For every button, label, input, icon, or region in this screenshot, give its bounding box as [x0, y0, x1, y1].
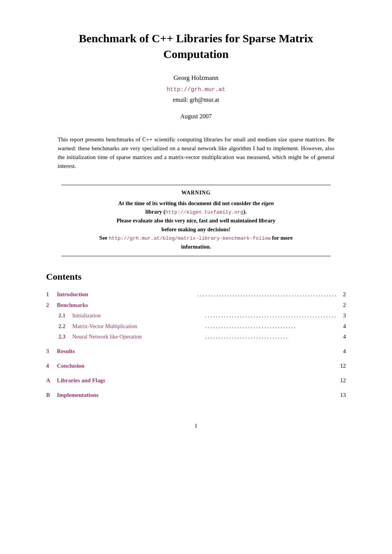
warning-line2-pre: library ( [145, 209, 165, 215]
toc-item-results: 3 Results 4 [46, 347, 346, 356]
toc: 1 Introduction . . . . . . . . . . . . .… [46, 290, 346, 400]
page-number: 1 [46, 423, 346, 429]
toc-dots-matrix-vector: . . . . . . . . . . . . . . . . . . . . … [205, 322, 337, 331]
author-url-link[interactable]: http://grh.mur.at [166, 86, 225, 93]
toc-page-libraries: 12 [338, 376, 346, 385]
toc-item-matrix-vector: 2.2 Matrix-Vector Multiplication . . . .… [46, 322, 346, 331]
toc-num-22: 2.2 [58, 322, 72, 331]
toc-label-introduction[interactable]: Introduction [57, 290, 196, 299]
warning-title: WARNING [69, 190, 323, 196]
toc-label-results[interactable]: Results [57, 347, 196, 356]
warning-body: At the time of its writing this document… [69, 199, 323, 251]
toc-item-implementations: B Implementations 13 [46, 390, 346, 400]
contents-section: Contents 1 Introduction . . . . . . . . … [46, 272, 346, 400]
toc-page-matrix-vector: 4 [338, 322, 346, 331]
page: Benchmark of C++ Libraries for Sparse Ma… [0, 0, 392, 554]
toc-page-initialization: 3 [338, 311, 346, 320]
toc-item-libraries: A Libraries and Flags 12 [46, 376, 346, 385]
toc-num-1: 1 [46, 290, 57, 299]
warning-line1-pre: At the time of its writing this document… [118, 200, 262, 206]
toc-num-21: 2.1 [58, 311, 72, 320]
abstract-text: This report presents benchmarks of C++ s… [58, 135, 334, 171]
toc-page-benchmarks: 2 [338, 300, 346, 310]
toc-num-b: B [46, 390, 57, 400]
toc-page-implementations: 13 [338, 390, 346, 400]
toc-dots-initialization: . . . . . . . . . . . . . . . . . . . . … [205, 312, 337, 320]
toc-item-neural-network: 2.3 Neural Network like Operation . . . … [46, 332, 346, 341]
toc-num-23: 2.3 [58, 332, 72, 341]
warning-line3: Please evaluate also this very nice, fas… [116, 217, 276, 224]
toc-label-benchmarks[interactable]: Benchmarks [57, 300, 196, 310]
toc-num-2: 2 [46, 300, 57, 310]
main-title: Benchmark of C++ Libraries for Sparse Ma… [46, 31, 346, 62]
warning-box: WARNING At the time of its writing this … [61, 185, 331, 256]
warning-eigen-url[interactable]: http://eigen.tuxfamily.org [165, 209, 243, 215]
warning-eigen: eigen [261, 200, 274, 206]
contents-title: Contents [46, 272, 346, 282]
toc-item-initialization: 2.1 Initialization . . . . . . . . . . .… [46, 311, 346, 320]
toc-spacer-4 [46, 386, 346, 390]
toc-item-introduction: 1 Introduction . . . . . . . . . . . . .… [46, 290, 346, 299]
toc-num-4: 4 [46, 361, 57, 370]
toc-spacer-1 [46, 343, 346, 347]
toc-label-neural-network[interactable]: Neural Network like Operation [72, 332, 204, 341]
warning-line6: information. [181, 244, 211, 250]
warning-line5-pre: See [99, 235, 109, 241]
toc-spacer-2 [46, 357, 346, 361]
toc-label-implementations[interactable]: Implementations [57, 390, 196, 400]
toc-dots-introduction: . . . . . . . . . . . . . . . . . . . . … [198, 290, 337, 299]
toc-label-initialization[interactable]: Initialization [72, 311, 204, 320]
title-section: Benchmark of C++ Libraries for Sparse Ma… [46, 31, 346, 120]
toc-page-conclusion: 12 [338, 361, 346, 370]
warning-line5-post: for more [271, 235, 292, 241]
warning-blog-url[interactable]: http://grh.mur.at/blog/matrix-library-be… [109, 236, 271, 241]
warning-line4: before making any decisions! [161, 226, 231, 232]
author-email: email: grh@mur.at [46, 95, 346, 105]
toc-item-conclusion: 4 Conclusion 12 [46, 361, 346, 370]
toc-page-neural-network: 4 [338, 332, 346, 341]
date: August 2007 [46, 113, 346, 120]
warning-line2-post: ). [243, 209, 246, 215]
toc-label-libraries[interactable]: Libraries and Flags [57, 376, 196, 385]
toc-num-3: 3 [46, 347, 57, 356]
toc-spacer-3 [46, 372, 346, 376]
author-section: Georg Holzmann http://grh.mur.at email: … [46, 73, 346, 105]
author-name: Georg Holzmann [46, 73, 346, 84]
toc-num-a: A [46, 376, 57, 385]
toc-item-benchmarks: 2 Benchmarks 2 [46, 300, 346, 310]
toc-page-results: 4 [338, 347, 346, 356]
toc-label-conclusion[interactable]: Conclusion [57, 361, 196, 370]
toc-page-introduction: 2 [338, 290, 346, 299]
toc-label-matrix-vector[interactable]: Matrix-Vector Multiplication [72, 322, 204, 331]
toc-dots-neural-network: . . . . . . . . . . . . . . . . . . . . … [205, 333, 337, 341]
